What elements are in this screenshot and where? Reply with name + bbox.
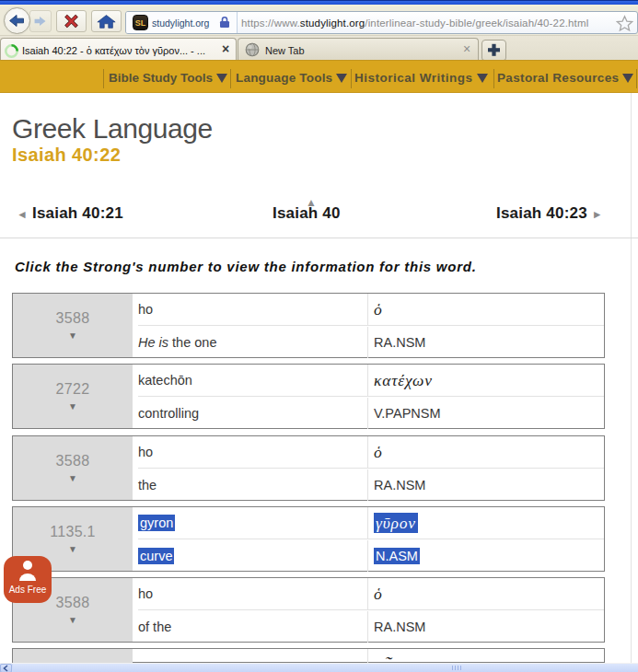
svg-text:Ads Free: Ads Free <box>9 585 47 595</box>
